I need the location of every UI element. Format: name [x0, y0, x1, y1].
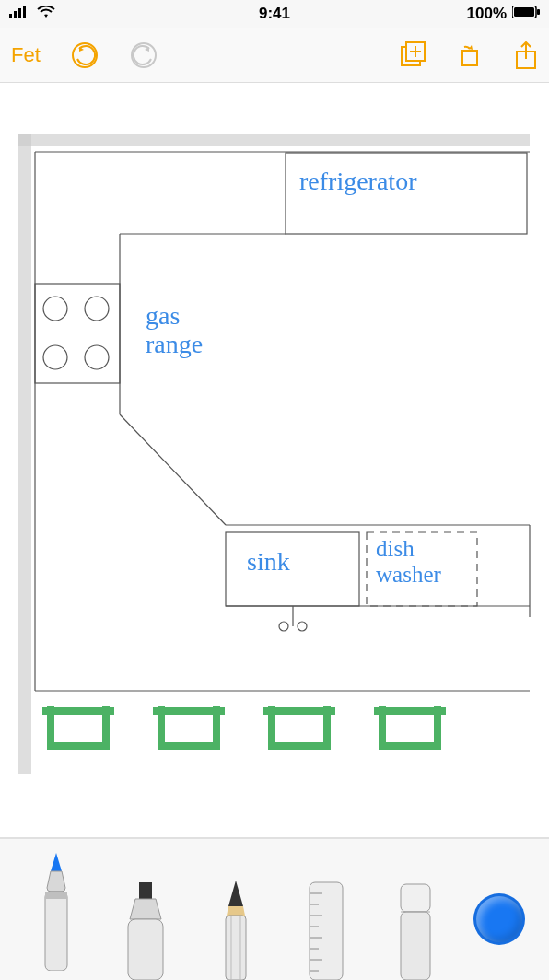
svg-rect-13	[462, 51, 477, 65]
clock: 9:41	[259, 5, 290, 23]
svg-rect-47	[226, 916, 246, 980]
color-picker[interactable]	[473, 893, 525, 945]
pencil-tool[interactable]	[204, 869, 268, 980]
svg-rect-17	[18, 134, 31, 774]
label-dish-washer: dish washer	[376, 536, 441, 587]
label-gas-range: gas range	[146, 302, 203, 359]
done-button[interactable]: Fet	[11, 43, 41, 67]
pen-tool[interactable]	[24, 869, 88, 980]
signal-icon	[9, 5, 31, 23]
wifi-icon	[37, 5, 55, 23]
svg-rect-1	[14, 11, 17, 18]
share-button[interactable]	[514, 41, 538, 70]
drawing-canvas[interactable]: refrigerator gas range sink dish washer	[0, 83, 549, 838]
svg-rect-32	[226, 532, 359, 606]
svg-rect-50	[310, 882, 343, 980]
rotate-button[interactable]	[457, 41, 485, 69]
battery-icon	[512, 5, 540, 23]
svg-rect-59	[401, 884, 430, 912]
redo-button	[129, 41, 158, 70]
sketch-drawing	[0, 83, 549, 838]
undo-button[interactable]	[70, 41, 99, 70]
svg-point-34	[279, 622, 288, 631]
ruler-tool[interactable]	[294, 869, 358, 980]
label-refrigerator: refrigerator	[299, 168, 416, 196]
drawing-tools-bar	[0, 838, 549, 980]
svg-point-26	[43, 345, 67, 369]
top-toolbar: Fet	[0, 28, 549, 83]
svg-line-30	[120, 414, 226, 525]
label-sink: sink	[247, 548, 290, 577]
add-image-button[interactable]	[400, 41, 427, 69]
svg-point-27	[85, 345, 109, 369]
svg-rect-3	[23, 6, 26, 18]
svg-rect-2	[18, 8, 21, 18]
svg-rect-0	[9, 14, 12, 18]
svg-point-24	[43, 297, 67, 321]
svg-rect-6	[537, 9, 540, 15]
svg-rect-60	[401, 912, 430, 980]
svg-rect-5	[514, 7, 534, 17]
eraser-tool[interactable]	[383, 869, 448, 980]
marker-tool[interactable]	[113, 869, 178, 980]
status-bar: 9:41 100%	[0, 0, 549, 28]
svg-point-35	[298, 622, 307, 631]
svg-rect-16	[18, 134, 530, 146]
svg-rect-46	[128, 919, 163, 980]
battery-percent: 100%	[467, 5, 507, 23]
svg-point-25	[85, 297, 109, 321]
svg-rect-45	[45, 892, 67, 899]
svg-rect-44	[45, 892, 67, 971]
